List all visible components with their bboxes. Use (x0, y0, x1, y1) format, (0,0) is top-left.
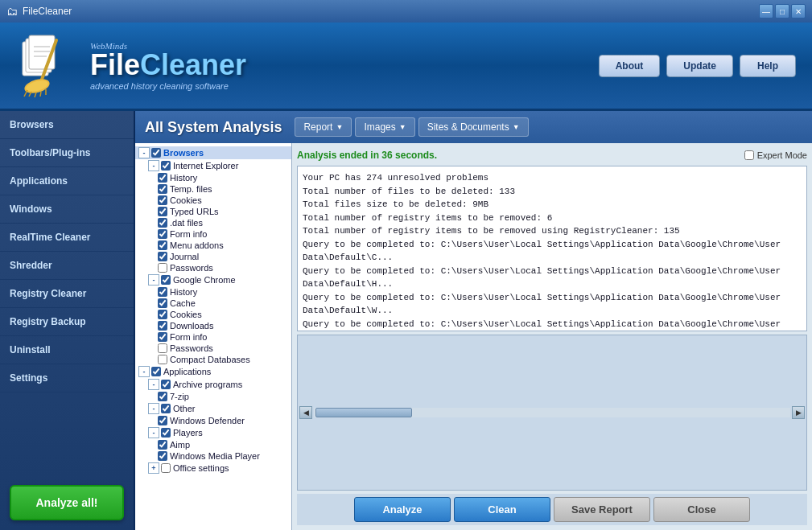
tree-check-archive[interactable] (161, 380, 171, 389)
tree-check-ie-journal[interactable] (158, 252, 167, 261)
tree-toggle-archive[interactable]: - (148, 379, 159, 390)
tree-check-applications[interactable] (151, 367, 161, 376)
tree-item-applications[interactable]: - Applications (135, 365, 291, 378)
horizontal-scrollbar[interactable]: ◀ ▶ (297, 335, 807, 491)
tree-toggle-office[interactable]: + (148, 462, 159, 474)
tree-item-chrome-form-info[interactable]: Form info (135, 331, 291, 343)
sidebar-item-shredder[interactable]: Shredder (0, 252, 134, 280)
tree-item-aimp[interactable]: Aimp (135, 439, 291, 450)
tree-check-chrome-cookies[interactable] (158, 310, 167, 319)
tab-sites-documents[interactable]: Sites & Documents ▼ (418, 117, 529, 137)
tree-check-ie-form-info[interactable] (158, 229, 167, 239)
tree-check-ie-passwords[interactable] (158, 263, 167, 273)
sidebar-item-windows[interactable]: Windows (0, 195, 134, 224)
tree-toggle-ie[interactable]: - (148, 160, 159, 171)
tree-item-ie-cookies[interactable]: Cookies (135, 195, 291, 206)
sidebar-item-toolbars[interactable]: Toolbars/Plug-ins (0, 139, 134, 167)
tree-check-wmp[interactable] (158, 451, 167, 461)
tree-item-ie-menu-addons[interactable]: Menu addons (135, 240, 291, 251)
tree-check-chrome-form-info[interactable] (158, 332, 167, 342)
tree-panel[interactable]: - Browsers - Internet Explorer History (135, 143, 292, 530)
tree-check-aimp[interactable] (158, 440, 167, 450)
tree-check-chrome-passwords[interactable] (158, 343, 167, 353)
save-report-button[interactable]: Save Report (554, 497, 650, 522)
tree-item-win-defender[interactable]: Windows Defender (135, 415, 291, 426)
tree-toggle-applications[interactable]: - (138, 366, 150, 377)
tree-check-ie-history[interactable] (158, 173, 167, 183)
tree-check-browsers[interactable] (151, 148, 161, 158)
tree-item-chrome-compact[interactable]: Compact Databases (135, 354, 291, 365)
tree-item-ie-passwords[interactable]: Passwords (135, 262, 291, 273)
sidebar-item-settings[interactable]: Settings (0, 364, 134, 392)
tree-item-wmp[interactable]: Windows Media Player (135, 450, 291, 462)
tree-item-ie-typed-urls[interactable]: Typed URLs (135, 206, 291, 217)
about-button[interactable]: About (599, 55, 661, 77)
tree-item-players[interactable]: - Players (135, 426, 291, 439)
tree-check-ie-temp[interactable] (158, 184, 167, 194)
close-button-main[interactable]: Close (653, 497, 750, 522)
tree-item-chrome-cookies[interactable]: Cookies (135, 309, 291, 320)
tree-check-chrome-downloads[interactable] (158, 321, 167, 331)
sidebar-item-realtime[interactable]: RealTime Cleaner (0, 224, 134, 252)
tree-toggle-players[interactable]: - (148, 427, 159, 438)
tree-check-players[interactable] (161, 428, 171, 438)
tree-item-chrome-cache[interactable]: Cache (135, 298, 291, 309)
tree-item-browsers[interactable]: - Browsers (135, 146, 291, 159)
tree-item-ie-dat[interactable]: .dat files (135, 217, 291, 228)
sidebar-item-uninstall[interactable]: Uninstall (0, 336, 134, 364)
tree-toggle-chrome[interactable]: - (148, 274, 159, 286)
close-button[interactable]: ✕ (791, 4, 806, 18)
tree-item-chrome-downloads[interactable]: Downloads (135, 320, 291, 331)
titlebar: 🗂 FileCleaner — □ ✕ (0, 0, 812, 23)
clean-button[interactable]: Clean (454, 497, 550, 522)
app-tagline: advanced history cleaning software (90, 81, 246, 91)
logo-area: WebMinds FileCleaner advanced history cl… (16, 34, 599, 98)
tree-item-ie-temp[interactable]: Temp. files (135, 183, 291, 195)
analyze-all-button[interactable]: Analyze all! (10, 485, 124, 520)
sidebar-item-registry-cleaner[interactable]: Registry Cleaner (0, 280, 134, 308)
tree-item-ie-form-info[interactable]: Form info (135, 228, 291, 240)
tab-images[interactable]: Images ▼ (355, 117, 414, 137)
tree-check-ie-menu-addons[interactable] (158, 240, 167, 250)
tree-check-ie[interactable] (161, 161, 171, 171)
maximize-button[interactable]: □ (775, 4, 789, 18)
hscroll-thumb[interactable] (315, 408, 412, 417)
tree-item-ie-history[interactable]: History (135, 172, 291, 183)
help-button[interactable]: Help (740, 55, 796, 77)
tree-check-ie-cookies[interactable] (158, 195, 167, 205)
tree-item-other[interactable]: - Other (135, 402, 291, 415)
update-button[interactable]: Update (666, 55, 733, 77)
tab-images-label: Images (364, 121, 395, 133)
tree-item-chrome-passwords[interactable]: Passwords (135, 343, 291, 354)
sidebar-item-registry-backup[interactable]: Registry Backup (0, 308, 134, 336)
result-text-area[interactable]: Your PC has 274 unresolved problems Tota… (297, 166, 807, 331)
expert-mode-checkbox[interactable] (744, 150, 754, 160)
tree-check-ie-typed-urls[interactable] (158, 207, 167, 216)
tree-check-chrome[interactable] (161, 275, 171, 285)
tree-item-office[interactable]: + Office settings (135, 462, 291, 475)
tree-item-ie[interactable]: - Internet Explorer (135, 159, 291, 172)
tree-item-ie-journal[interactable]: Journal (135, 251, 291, 262)
hscroll-left-arrow[interactable]: ◀ (299, 406, 312, 419)
tree-check-chrome-cache[interactable] (158, 298, 167, 308)
tree-toggle-other[interactable]: - (148, 403, 159, 414)
minimize-button[interactable]: — (759, 4, 773, 18)
tree-item-archive[interactable]: - Archive programs (135, 378, 291, 391)
tree-item-chrome[interactable]: - Google Chrome (135, 273, 291, 286)
tree-check-other[interactable] (161, 404, 171, 413)
tab-report[interactable]: Report ▼ (295, 117, 352, 137)
tree-check-office[interactable] (161, 463, 171, 473)
tree-check-chrome-history[interactable] (158, 287, 167, 297)
tree-item-chrome-history[interactable]: History (135, 286, 291, 298)
tree-check-win-defender[interactable] (158, 416, 167, 425)
analyze-button[interactable]: Analyze (354, 497, 451, 522)
sidebar-item-browsers[interactable]: Browsers (0, 111, 134, 139)
hscroll-right-arrow[interactable]: ▶ (792, 406, 805, 419)
sidebar-item-applications[interactable]: Applications (0, 167, 134, 195)
tree-toggle-browsers[interactable]: - (138, 147, 150, 158)
tree-check-ie-dat[interactable] (158, 218, 167, 228)
tree-check-7zip[interactable] (158, 392, 167, 401)
result-line-7: Query to be completed to: C:\Users\User\… (303, 291, 802, 318)
tree-check-chrome-compact[interactable] (158, 355, 167, 364)
tree-item-7zip[interactable]: 7-zip (135, 391, 291, 402)
